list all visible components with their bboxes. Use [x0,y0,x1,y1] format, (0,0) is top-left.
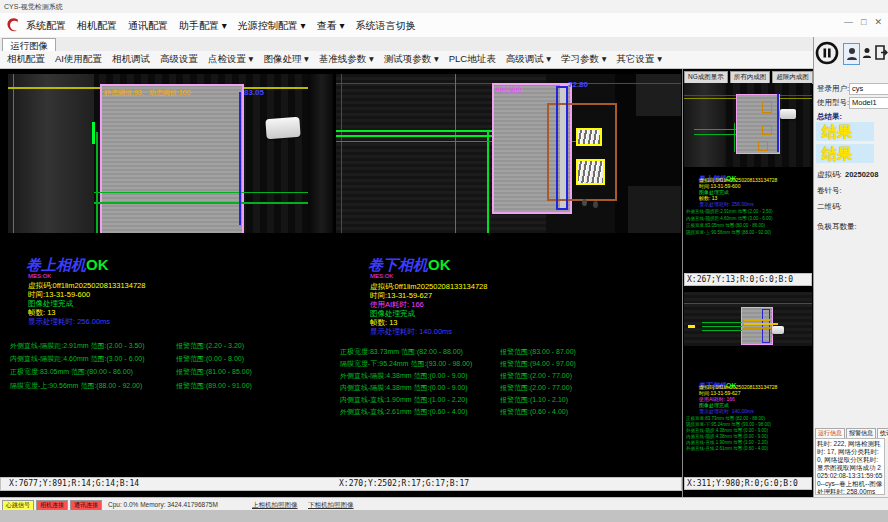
menu-item-light-config[interactable]: 光源控制配置 ▾ [238,19,306,33]
tool-baseline-params[interactable]: 基准线参数 ▾ [319,53,374,66]
alarm-range: 报警范围:(81.00 - 85.00) [176,367,252,377]
tab-detect-box [762,125,772,135]
measure-value: 外侧直线-隔膜距:2.91mm 范围:(2.00 - 3.50) [686,209,773,214]
menu-items: 系统配置 相机配置 通讯配置 助手配置 ▾ 光源控制配置 ▾ 查看 ▾ 系统语言… [26,19,415,33]
alarm-range: 报警范围:(83.00 - 87.00) [500,347,576,357]
tool-plc-address-table[interactable]: PLC地址表 [449,53,496,66]
ai-detect-label: AI检测框 [495,85,523,95]
upper-camera-status[interactable]: 上相机拍照图像 [252,501,298,510]
thumb2-info: 显示处理耗时: 140.00ms [699,408,754,414]
alarm-range: 报警范围:(2.00 - 77.00) [500,383,572,393]
left-info-line: 帧数: 13 [28,308,56,317]
thumb-measure-row: 隔膜宽度-下:95.24mm 范围:(93.00 - 98.00) [686,422,771,427]
thumb-measure-row: 内侧直线-直线:1.90mm 范围:(1.00 - 2.20) [686,440,768,445]
exit-door-icon [875,45,888,60]
green-line [96,132,98,233]
alarm-range: 报警范围:(89.00 - 91.00) [176,381,252,391]
separator-region-overlay [100,84,244,233]
center-info-line: 时间:13-31-59-627 [370,291,432,300]
minimize-icon[interactable]: — [844,17,853,27]
tab-stats-info[interactable]: 统计信息 [877,428,888,438]
green-line [336,135,492,137]
measure-value: 隔膜宽度-上:90.56mm 范围:(88.00 - 92.00) [686,230,771,235]
measure-value: 正极宽度:83.05mm 范围:(80.00 - 86.00) [686,223,765,228]
menu-item-comm-config[interactable]: 通讯配置 [128,19,168,33]
qrcode-label: 二维码: [817,202,842,212]
overlay-mark [744,323,778,325]
tool-test-params[interactable]: 测试项参数 ▾ [384,53,439,66]
left-info-line: 图像处理完成 [28,299,73,308]
tab-detect-box [576,159,605,185]
view-tab-row: 运行图像 [0,37,813,52]
tab-run-info[interactable]: 运行信息 [815,428,845,438]
tool-image-processing[interactable]: 图像处理 ▾ [263,53,308,66]
tool-advanced-debug[interactable]: 高级调试 ▾ [506,53,551,66]
bolt-dot [593,201,598,208]
user-login-button[interactable] [843,43,860,65]
thumb-upper-camera[interactable] [684,83,812,167]
cpu-memory-status: Cpu: 0.0% Memory: 3424.41796875M [108,501,218,508]
total-result-label: 总结果: [817,112,842,122]
center-camera-image[interactable]: AI检测框 72.80 [336,74,681,233]
measure-row: 隔膜宽度-上:90.56mm 范围:(88.00 - 92.00) 报警范围:(… [10,381,330,391]
machine-block [628,186,681,233]
electrode-tab [772,326,784,334]
tool-camera-config[interactable]: 相机配置 [7,53,45,66]
menu-item-system-config[interactable]: 系统配置 [26,19,66,33]
close-icon[interactable]: ✕ [874,17,882,27]
pause-icon [815,41,839,65]
log-tabs: 运行信息 报警信息 统计信息 [815,428,888,438]
center-camera-name: 卷下相机 [368,256,428,273]
measure-row: 隔膜宽度-下:95.24mm 范围:(93.00 - 98.00) 报警范围:(… [340,359,680,369]
pause-button[interactable] [815,41,839,65]
user-switch-button[interactable] [861,45,873,61]
threshold-label: 静态阈值:93、动态阈值:100 [104,88,190,98]
measure-value: 内侧直线-直线:1.90mm 范围:(1.00 - 2.20) [340,396,468,403]
center-info-line: 图像处理完成 [370,309,415,318]
tab-detect-box [762,101,772,113]
menu-item-camera-config[interactable]: 相机配置 [77,19,117,33]
overlay-mark [744,319,770,321]
left-camera-image[interactable]: 静态阈值:93、动态阈值:100 83.05 [8,74,333,233]
menu-bar: 系统配置 相机配置 通讯配置 助手配置 ▾ 光源控制配置 ▾ 查看 ▾ 系统语言… [0,13,888,37]
run-log-area[interactable]: 耗时: 222, 网络检测耗时: 17, 网络分类耗时: 0, 网络提取分区耗时… [815,438,885,495]
menu-item-assistant-config[interactable]: 助手配置 ▾ [179,19,227,33]
exit-button[interactable] [875,43,888,61]
thumb-lower-camera[interactable] [684,292,812,346]
green-line [13,74,14,233]
model-value[interactable]: Model1 [849,97,888,109]
measure-value: 内侧直线-直线:1.90mm 范围:(1.00 - 2.20) [686,440,768,445]
thumb-measure-row: 隔膜宽度-上:90.56mm 范围:(88.00 - 92.00) [686,230,771,235]
alarm-range: 报警范围:(1.10 - 2.10) [500,395,568,405]
tool-other-settings[interactable]: 其它设置 ▾ [617,53,662,66]
roller-region [8,74,94,233]
lower-camera-status[interactable]: 下相机拍照图像 [308,501,354,510]
menu-item-view[interactable]: 查看 ▾ [317,19,345,33]
measure-value: 内侧直线-隔膜距:4.60mm 范围:(3.00 - 6.00) [10,355,145,362]
virtual-code-label: 虚拟码: [817,170,842,180]
tool-spot-check[interactable]: 点检设置 ▾ [208,53,253,66]
electrode-tab [780,109,796,119]
left-info-line: 虚拟码:0ff1lim20250208133134728 [28,281,145,290]
tool-advanced-settings[interactable]: 高级设置 [160,53,198,66]
measure-value: 正极宽度:83.05mm 范围:(80.00 - 86.00) [10,368,133,375]
menu-item-language-switch[interactable]: 系统语言切换 [355,19,415,33]
user-icon [846,47,858,61]
measure-row: 外侧直线-隔膜:4.38mm 范围:(0.00 - 9.00) 报警范围:(2.… [340,371,680,381]
login-user-label: 登录用户: [817,84,849,94]
result-badge-lower: 结果 [816,144,874,163]
overlay-mark [744,327,774,329]
window-footer [0,510,888,522]
tool-learning-params[interactable]: 学习参数 ▾ [561,53,606,66]
thumb-measure-row: 外侧直线-隔膜距:2.91mm 范围:(2.00 - 3.50) [686,209,773,214]
tab-alarm-info[interactable]: 报警信息 [846,428,876,438]
center-ok-badge: OK [428,256,451,273]
green-line [487,132,489,233]
measure-value: 内侧直线-隔膜:4.38mm 范围:(0.00 - 9.00) [686,434,768,439]
tool-ai-usage-config[interactable]: AI使用配置 [55,53,102,66]
green-line [734,123,735,152]
green-line [455,74,456,233]
tool-camera-debug[interactable]: 相机调试 [112,53,150,66]
maximize-icon[interactable]: □ [861,17,866,27]
login-user-value[interactable]: cys [849,83,888,95]
